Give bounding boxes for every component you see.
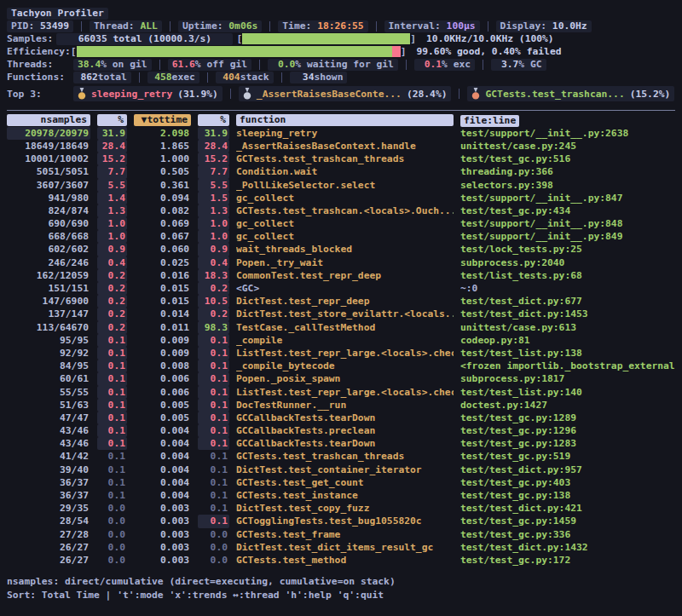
pid-field: PID: 53499 <box>7 20 73 32</box>
cell-file-line: test/lock_tests.py:25 <box>460 243 675 256</box>
table-row[interactable]: 602/602 0.9 0.060 0.9 wait_threads_block… <box>7 243 675 256</box>
top3-label: Top 3: <box>7 88 73 101</box>
table-row[interactable]: 941/980 1.4 0.094 1.5 gc_collect test/su… <box>7 192 675 204</box>
cell-file-line: test/test_gc.py:336 <box>460 528 675 541</box>
cell-cumulative-pct: 0.1 <box>198 502 229 515</box>
separator <box>459 89 459 99</box>
table-row[interactable]: 20978/20979 31.9 2.098 31.9 sleeping_ret… <box>7 127 675 140</box>
cell-direct-pct: 0.2 <box>97 308 127 320</box>
cell-tottime: 0.016 <box>134 269 191 282</box>
table-row[interactable]: 690/690 1.0 0.069 1.0 gc_collect test/su… <box>7 217 675 230</box>
cell-function: DictTest.test_store_evilattr.<locals... <box>236 308 454 320</box>
cell-function: CommonTest.test_repr_deep <box>236 269 454 282</box>
column-header-nsamples[interactable]: nsamples <box>7 114 90 126</box>
table-row[interactable]: 47/47 0.1 0.005 0.1 GCCallbackTests.tear… <box>7 412 675 424</box>
table-row[interactable]: 26/27 0.0 0.003 0.0 DictTest.test_dict_i… <box>7 541 675 554</box>
table-row[interactable]: 28/54 0.0 0.003 0.1 GCTogglingTests.test… <box>7 515 675 527</box>
table-row[interactable]: 84/95 0.1 0.008 0.1 _compile_bytecode <f… <box>7 360 675 372</box>
cell-direct-pct: 0.1 <box>97 412 127 424</box>
table-row[interactable]: 55/55 0.1 0.006 0.1 ListTest.test_repr_l… <box>7 386 675 399</box>
cell-cumulative-pct: 31.9 <box>198 127 229 140</box>
thread-field[interactable]: Thread: ALL <box>90 20 162 32</box>
cell-tottime: 0.004 <box>134 476 191 489</box>
tachyon-profiler-window: Tachyon Profiler PID: 53499 Thread: ALL … <box>0 0 682 602</box>
top3-item[interactable]: _AssertRaisesBaseConte... (28.4%) <box>239 86 452 101</box>
time-field: Time: 18:26:55 <box>278 20 367 32</box>
table-row[interactable]: 60/61 0.1 0.006 0.1 Popen._posix_spawn s… <box>7 372 675 385</box>
column-header-direct-pct[interactable]: % <box>97 114 127 126</box>
cell-tottime: 0.005 <box>134 399 191 412</box>
table-row[interactable]: 92/92 0.1 0.009 0.1 ListTest.test_repr_l… <box>7 347 675 360</box>
cell-direct-pct: 0.1 <box>97 399 127 412</box>
column-header-tottime-sorted[interactable]: ▼tottime <box>134 114 191 126</box>
top3-percentage: (28.4%) <box>407 88 448 101</box>
cell-file-line: test/support/__init__.py:2638 <box>460 127 675 140</box>
cell-direct-pct: 0.0 <box>97 515 127 527</box>
top3-item[interactable]: sleeping_retry (31.9%) <box>73 86 223 101</box>
cell-function: DictTest.test_container_iterator <box>236 463 454 476</box>
table-row[interactable]: 27/28 0.0 0.003 0.0 GCTests.test_frame t… <box>7 528 675 541</box>
threads-stats: 38.4% on gil 61.6% off gil 0.0% waiting … <box>73 59 546 71</box>
cell-function: _PollLikeSelector.select <box>236 179 454 192</box>
table-row[interactable]: 246/246 0.4 0.025 0.4 Popen._try_wait su… <box>7 256 675 269</box>
cell-nsamples: 60/61 <box>7 372 90 385</box>
cell-nsamples: 690/690 <box>7 217 90 230</box>
cell-nsamples: 39/40 <box>7 463 90 476</box>
cell-direct-pct: 0.0 <box>97 502 127 515</box>
cell-nsamples: 27/28 <box>7 528 90 541</box>
cell-direct-pct: 0.4 <box>97 256 127 269</box>
stat-item: 61.6% off gil <box>168 59 251 71</box>
table-row[interactable]: 39/40 0.1 0.004 0.1 DictTest.test_contai… <box>7 463 675 476</box>
table-row[interactable]: 36/37 0.1 0.004 0.1 GCTests.test_get_cou… <box>7 476 675 489</box>
table-row[interactable]: 43/46 0.1 0.004 0.1 GCCallbackTests.prec… <box>7 424 675 437</box>
cell-function: gc_collect <box>236 217 454 230</box>
cell-direct-pct: 7.7 <box>97 165 127 178</box>
cell-function: wait_threads_blocked <box>236 243 454 256</box>
table-row[interactable]: 43/46 0.1 0.004 0.1 GCCallbackTests.tear… <box>7 437 675 450</box>
cell-tottime: 1.000 <box>134 153 191 165</box>
footer: nsamples: direct/cumulative (direct=exec… <box>7 575 675 602</box>
column-header-cumulative-pct[interactable]: % <box>198 114 229 126</box>
table-row[interactable]: 95/95 0.1 0.009 0.1 _compile codeop.py:8… <box>7 334 675 347</box>
cell-file-line: test/test_gc.py:172 <box>460 554 675 567</box>
table-row[interactable]: 668/668 1.0 0.067 1.0 gc_collect test/su… <box>7 230 675 243</box>
cell-direct-pct: 0.1 <box>97 463 127 476</box>
table-row[interactable]: 5051/5051 7.7 0.505 7.7 Condition.wait t… <box>7 165 675 178</box>
cell-cumulative-pct: 1.0 <box>198 217 229 230</box>
table-row[interactable]: 18649/18649 28.4 1.865 28.4 _AssertRaise… <box>7 140 675 153</box>
status-bar: PID: 53499 Thread: ALL Uptime: 0m06s Tim… <box>7 20 675 32</box>
footer-keybindings: Sort: Total Time | 't':mode 'x':trends ↔… <box>7 589 675 602</box>
top3-item[interactable]: GCTests.test_trashcan... (15.2%) <box>467 86 674 101</box>
cell-nsamples: 20978/20979 <box>7 127 90 140</box>
table-row[interactable]: 36/37 0.1 0.004 0.1 GCTests.test_instanc… <box>7 489 675 502</box>
table-row[interactable]: 151/151 0.2 0.015 0.2 <GC> ~:0 <box>7 282 675 295</box>
stat-value: 34 <box>294 71 315 83</box>
cell-cumulative-pct: 0.1 <box>198 489 229 502</box>
threads-label: Threads: <box>7 58 73 71</box>
table-row[interactable]: 29/35 0.0 0.003 0.1 DictTest.test_copy_f… <box>7 502 675 515</box>
table-row[interactable]: 162/12059 0.2 0.016 18.3 CommonTest.test… <box>7 269 675 282</box>
table-row[interactable]: 3607/3607 5.5 0.361 5.5 _PollLikeSelecto… <box>7 179 675 192</box>
table-row[interactable]: 10001/10002 15.2 1.000 15.2 GCTests.test… <box>7 153 675 165</box>
table-row[interactable]: 41/42 0.1 0.004 0.1 GCTests.test_trashca… <box>7 450 675 463</box>
stat-item: 458 exec <box>147 72 199 83</box>
table-row[interactable]: 113/64670 0.2 0.011 98.3 TestCase._callT… <box>7 321 675 334</box>
table-row[interactable]: 824/874 1.3 0.082 1.3 GCTests.test_trash… <box>7 204 675 217</box>
cell-tottime: 0.003 <box>134 502 191 515</box>
bracket-close: ] <box>401 45 407 58</box>
cell-file-line: unittest/case.py:613 <box>460 321 675 334</box>
divider <box>7 110 675 111</box>
column-header-function[interactable]: function <box>236 114 454 126</box>
stat-value: 0.1 <box>419 58 442 71</box>
cell-function: GCTests.test_trashcan_threads <box>236 153 454 165</box>
cell-direct-pct: 0.9 <box>97 243 127 256</box>
table-row[interactable]: 26/27 0.0 0.003 0.0 GCTests.test_method … <box>7 554 675 567</box>
table-row[interactable]: 137/147 0.2 0.014 0.2 DictTest.test_stor… <box>7 308 675 320</box>
cell-direct-pct: 0.2 <box>97 269 127 282</box>
table-row[interactable]: 147/6900 0.2 0.015 10.5 DictTest.test_re… <box>7 295 675 308</box>
cell-nsamples: 29/35 <box>7 502 90 515</box>
cell-nsamples: 10001/10002 <box>7 153 90 165</box>
column-header-file-line[interactable]: file:line <box>460 115 519 127</box>
cell-direct-pct: 1.4 <box>97 192 127 204</box>
table-row[interactable]: 51/63 0.1 0.005 0.1 DocTestRunner.__run … <box>7 399 675 412</box>
